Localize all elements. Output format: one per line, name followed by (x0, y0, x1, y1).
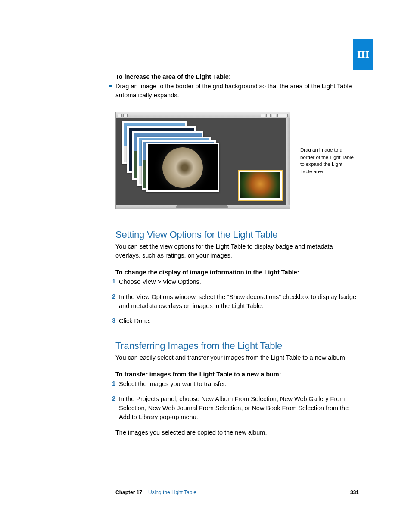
scrollbar-vertical (286, 118, 290, 205)
footer-divider (201, 483, 201, 496)
step-number: 2 (109, 395, 115, 402)
step-item: 1Choose View > View Options. (109, 277, 359, 286)
task-heading: To change the display of image informati… (115, 269, 359, 276)
bullet-icon (109, 85, 112, 87)
step-item: 2In the Projects panel, choose New Album… (109, 395, 359, 422)
page-footer: Chapter 17 Using the Light Table 331 (115, 484, 359, 501)
step-text: Choose View > View Options. (119, 277, 201, 286)
callout-text: Drag an image to a border of the Light T… (300, 146, 354, 175)
step-number: 2 (109, 293, 115, 300)
footer-chapter: Chapter 17 (115, 489, 142, 495)
page-content: To increase the area of the Light Table:… (115, 72, 359, 437)
section-heading: Setting View Options for the Light Table (115, 229, 359, 240)
part-tab: III (353, 39, 373, 70)
bullet-text: Drag an image to the border of the grid … (115, 82, 359, 100)
section-view-options: Setting View Options for the Light Table… (115, 229, 359, 326)
scrollbar-horizontal (116, 205, 290, 209)
task-heading: To transfer images from the Light Table … (115, 371, 359, 378)
step-text: In the Projects panel, choose New Album … (119, 395, 359, 422)
shell-photo (146, 143, 219, 192)
step-text: Select the images you want to transfer. (119, 380, 227, 389)
step-text: In the View Options window, select the “… (119, 292, 359, 311)
callout-line (289, 161, 298, 161)
bullet-item: Drag an image to the border of the grid … (109, 82, 359, 100)
footer-title: Using the Light Table (148, 489, 196, 495)
section-transferring: Transferring Images from the Light Table… (115, 340, 359, 437)
step-number: 3 (109, 317, 115, 324)
footer-page-number: 331 (350, 489, 359, 495)
step-item: 1Select the images you want to transfer. (109, 380, 359, 389)
screenshot-toolbar (116, 112, 290, 118)
step-number: 1 (109, 380, 115, 387)
section-outro: The images you selected are copied to th… (115, 428, 359, 437)
step-item: 3Click Done. (109, 317, 359, 326)
step-item: 2In the View Options window, select the … (109, 292, 359, 311)
increase-heading: To increase the area of the Light Table: (115, 72, 359, 81)
step-text: Click Done. (119, 317, 151, 326)
step-number: 1 (109, 278, 115, 285)
section-intro: You can easily select and transfer your … (115, 353, 359, 362)
light-table-screenshot (115, 112, 290, 209)
anemone-photo (239, 171, 282, 200)
section-heading: Transferring Images from the Light Table (115, 340, 359, 352)
section-intro: You can set the view options for the Lig… (115, 242, 359, 260)
figure-row: Drag an image to a border of the Light T… (115, 112, 359, 209)
